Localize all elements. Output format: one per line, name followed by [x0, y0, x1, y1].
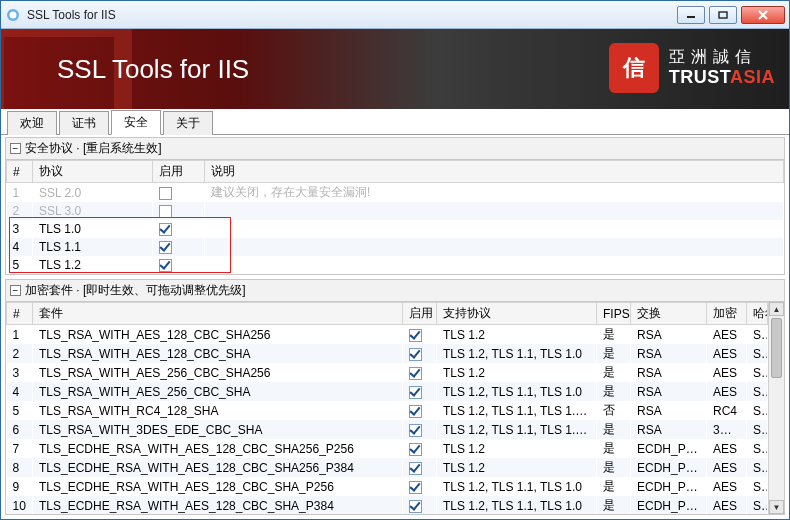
checkbox[interactable] — [159, 187, 172, 200]
col-num[interactable]: # — [7, 303, 33, 325]
svg-point-1 — [10, 11, 17, 18]
cell-hash: SHA256 — [747, 363, 768, 382]
minimize-button[interactable] — [677, 6, 705, 24]
table-row[interactable]: 9TLS_ECDHE_RSA_WITH_AES_128_CBC_SHA_P256… — [7, 477, 768, 496]
col-fips[interactable]: FIPS — [597, 303, 631, 325]
col-suite[interactable]: 套件 — [33, 303, 403, 325]
titlebar[interactable]: SSL Tools for IIS — [1, 1, 789, 29]
scroll-up-arrow-icon[interactable]: ▲ — [769, 302, 784, 316]
col-desc[interactable]: 说明 — [205, 161, 784, 183]
suites-header-row: # 套件 启用 支持协议 FIPS 交换 加密 哈希 — [7, 303, 768, 325]
cell-enable — [403, 325, 437, 345]
vertical-scrollbar[interactable]: ▲ ▼ — [768, 302, 784, 514]
cell-name: SSL 3.0 — [33, 202, 153, 220]
checkbox[interactable] — [409, 424, 422, 437]
content-area: − 安全协议 · [重启系统生效] # 协议 启用 说明 1SSL 2.0建议关… — [1, 135, 789, 519]
checkbox[interactable] — [409, 348, 422, 361]
cell-enc: RC4 — [707, 401, 747, 420]
collapse-icon[interactable]: − — [10, 143, 21, 154]
checkbox[interactable] — [159, 205, 172, 218]
scroll-down-arrow-icon[interactable]: ▼ — [769, 500, 784, 514]
checkbox[interactable] — [159, 259, 172, 272]
checkbox[interactable] — [409, 481, 422, 494]
cell-kx: RSA — [631, 420, 707, 439]
cell-enable — [403, 344, 437, 363]
col-enc[interactable]: 加密 — [707, 303, 747, 325]
cell-proto: TLS 1.2, TLS 1.1, TLS 1.0 — [437, 496, 597, 514]
table-row[interactable]: 8TLS_ECDHE_RSA_WITH_AES_128_CBC_SHA256_P… — [7, 458, 768, 477]
checkbox[interactable] — [409, 443, 422, 456]
col-kx[interactable]: 交换 — [631, 303, 707, 325]
tab-about[interactable]: 关于 — [163, 111, 213, 135]
cell-hash: SHA1 — [747, 344, 768, 363]
table-row[interactable]: 5TLS 1.2 — [7, 256, 784, 274]
col-on[interactable]: 启用 — [403, 303, 437, 325]
cell-proto: TLS 1.2 — [437, 363, 597, 382]
tab-cert[interactable]: 证书 — [59, 111, 109, 135]
checkbox[interactable] — [409, 405, 422, 418]
app-window: SSL Tools for IIS SSL Tools for IIS 信 亞洲… — [0, 0, 790, 520]
cell-num: 8 — [7, 458, 33, 477]
cell-name: TLS_RSA_WITH_AES_256_CBC_SHA256 — [33, 363, 403, 382]
close-button[interactable] — [741, 6, 785, 24]
col-on[interactable]: 启用 — [153, 161, 205, 183]
col-proto[interactable]: 支持协议 — [437, 303, 597, 325]
tab-security[interactable]: 安全 — [111, 110, 161, 135]
cell-hash: SHA256 — [747, 439, 768, 458]
col-num[interactable]: # — [7, 161, 33, 183]
table-row[interactable]: 4TLS 1.1 — [7, 238, 784, 256]
cell-name: TLS_RSA_WITH_AES_256_CBC_SHA — [33, 382, 403, 401]
cell-enc: 3DES — [707, 420, 747, 439]
cell-hash: SHA1 — [747, 382, 768, 401]
cell-name: TLS 1.0 — [33, 220, 153, 238]
cell-num: 5 — [7, 401, 33, 420]
cell-enable — [153, 238, 205, 256]
suites-section-header[interactable]: − 加密套件 · [即时生效、可拖动调整优先级] — [5, 279, 785, 302]
cell-name: TLS_ECDHE_RSA_WITH_AES_128_CBC_SHA_P256 — [33, 477, 403, 496]
table-row[interactable]: 5TLS_RSA_WITH_RC4_128_SHATLS 1.2, TLS 1.… — [7, 401, 768, 420]
suites-table: # 套件 启用 支持协议 FIPS 交换 加密 哈希 1TLS_RSA_WITH… — [6, 302, 768, 514]
cell-hash: SHA1 — [747, 420, 768, 439]
table-row[interactable]: 10TLS_ECDHE_RSA_WITH_AES_128_CBC_SHA_P38… — [7, 496, 768, 514]
table-row[interactable]: 6TLS_RSA_WITH_3DES_EDE_CBC_SHATLS 1.2, T… — [7, 420, 768, 439]
cell-kx: RSA — [631, 382, 707, 401]
cell-name: TLS_ECDHE_RSA_WITH_AES_128_CBC_SHA_P384 — [33, 496, 403, 514]
col-hash[interactable]: 哈希 — [747, 303, 768, 325]
collapse-icon[interactable]: − — [10, 285, 21, 296]
cell-enable — [403, 496, 437, 514]
table-row[interactable]: 2TLS_RSA_WITH_AES_128_CBC_SHATLS 1.2, TL… — [7, 344, 768, 363]
cell-proto: TLS 1.2, TLS 1.1, TLS 1.0 — [437, 382, 597, 401]
cell-enable — [403, 458, 437, 477]
tab-bar: 欢迎 证书 安全 关于 — [1, 109, 789, 135]
table-row[interactable]: 2SSL 3.0 — [7, 202, 784, 220]
cell-enc: AES — [707, 363, 747, 382]
cell-fips: 是 — [597, 363, 631, 382]
checkbox[interactable] — [409, 386, 422, 399]
cell-num: 3 — [7, 363, 33, 382]
table-row[interactable]: 3TLS 1.0 — [7, 220, 784, 238]
table-row[interactable]: 1TLS_RSA_WITH_AES_128_CBC_SHA256TLS 1.2是… — [7, 325, 768, 345]
table-row[interactable]: 3TLS_RSA_WITH_AES_256_CBC_SHA256TLS 1.2是… — [7, 363, 768, 382]
checkbox[interactable] — [409, 500, 422, 513]
tab-welcome[interactable]: 欢迎 — [7, 111, 57, 135]
table-row[interactable]: 7TLS_ECDHE_RSA_WITH_AES_128_CBC_SHA256_P… — [7, 439, 768, 458]
cell-name: TLS 1.1 — [33, 238, 153, 256]
protocols-section-header[interactable]: − 安全协议 · [重启系统生效] — [5, 137, 785, 160]
checkbox[interactable] — [409, 462, 422, 475]
checkbox[interactable] — [159, 223, 172, 236]
cell-fips: 是 — [597, 439, 631, 458]
cell-num: 2 — [7, 344, 33, 363]
table-row[interactable]: 4TLS_RSA_WITH_AES_256_CBC_SHATLS 1.2, TL… — [7, 382, 768, 401]
cell-num: 9 — [7, 477, 33, 496]
table-row[interactable]: 1SSL 2.0建议关闭，存在大量安全漏洞! — [7, 183, 784, 203]
checkbox[interactable] — [409, 329, 422, 342]
protocols-section-label: 安全协议 · [重启系统生效] — [25, 140, 162, 157]
cell-enable — [403, 477, 437, 496]
scrollbar-thumb[interactable] — [771, 318, 782, 378]
cell-enable — [403, 439, 437, 458]
checkbox[interactable] — [159, 241, 172, 254]
brand-logo: 信 亞洲誠信 TRUSTASIA — [609, 43, 775, 93]
checkbox[interactable] — [409, 367, 422, 380]
col-name[interactable]: 协议 — [33, 161, 153, 183]
maximize-button[interactable] — [709, 6, 737, 24]
